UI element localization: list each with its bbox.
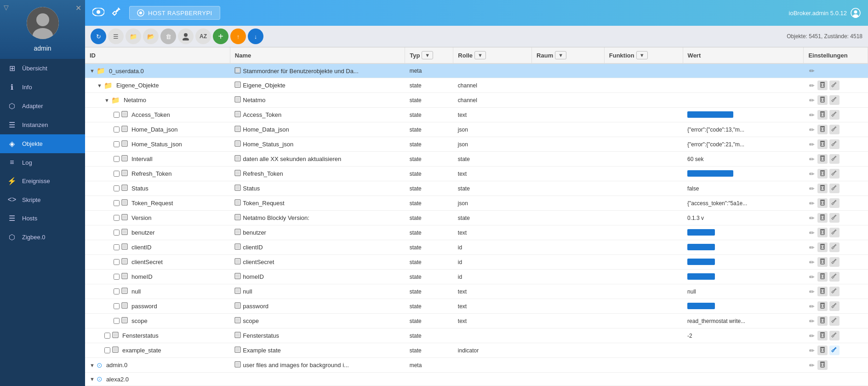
edit-icon[interactable]: ✏ (808, 199, 816, 208)
row-checkbox[interactable] (114, 274, 120, 280)
cell-id[interactable]: ▼📁0_userdata.0 (85, 63, 230, 78)
raum-dropdown[interactable]: ▼ (555, 51, 566, 59)
delete-row-icon[interactable] (817, 198, 828, 208)
delete-row-icon[interactable] (817, 213, 828, 223)
cell-id[interactable]: ▼⊙alexa2.0 (85, 373, 230, 386)
wrench-row-icon[interactable] (829, 213, 839, 223)
expand-icon[interactable]: ▼ (97, 83, 102, 88)
row-checkbox[interactable] (114, 244, 120, 250)
edit-icon[interactable]: ✏ (808, 287, 816, 296)
edit-icon[interactable]: ✏ (808, 66, 816, 75)
delete-row-icon[interactable] (817, 316, 828, 326)
row-checkbox[interactable] (114, 303, 120, 309)
edit-icon[interactable]: ✏ (808, 302, 816, 311)
cell-id[interactable]: ▼📁Netatmo (85, 93, 230, 108)
row-checkbox[interactable] (114, 318, 120, 324)
cell-id[interactable]: benutzer (85, 225, 230, 240)
cell-id[interactable]: Intervall (85, 152, 230, 167)
host-button[interactable]: HOST RASPBERRYPI (129, 6, 220, 20)
row-checkbox[interactable] (114, 259, 120, 265)
delete-row-icon[interactable] (817, 287, 828, 296)
cell-id[interactable]: Home_Status_json (85, 137, 230, 152)
delete-row-icon[interactable] (817, 110, 828, 120)
row-checkbox[interactable] (114, 215, 120, 221)
row-checkbox[interactable] (114, 185, 120, 191)
sidebar-item-ereignisse[interactable]: ⚡ Ereignisse (0, 172, 85, 190)
folder-view-button[interactable]: 📁 (126, 29, 141, 44)
cell-id[interactable]: homeID (85, 270, 230, 284)
wrench-row-icon[interactable] (829, 184, 839, 193)
delete-row-icon[interactable] (817, 360, 828, 370)
edit-icon[interactable]: ✏ (808, 361, 816, 370)
edit-icon[interactable]: ✏ (808, 272, 816, 282)
edit-icon[interactable]: ✏ (808, 228, 816, 237)
edit-icon[interactable]: ✏ (808, 110, 816, 120)
sidebar-item-adapter[interactable]: ⬡ Adapter (0, 97, 85, 115)
expand-icon[interactable]: ▼ (90, 376, 95, 382)
edit-icon[interactable]: ✏ (808, 331, 816, 340)
wrench-row-icon[interactable] (829, 331, 839, 340)
az-button[interactable]: AZ (195, 29, 211, 44)
cell-id[interactable]: ▼⊙admin.0 (85, 358, 230, 373)
expand-button[interactable]: 📂 (143, 29, 159, 44)
expand-icon[interactable]: ▼ (90, 68, 95, 74)
sidebar-item-zigbee[interactable]: ⬡ Zigbee.0 (0, 228, 85, 247)
typ-dropdown[interactable]: ▼ (422, 51, 433, 59)
wrench-row-icon[interactable] (829, 257, 839, 267)
row-checkbox[interactable] (114, 112, 120, 118)
cell-id[interactable]: scope (85, 314, 230, 328)
row-checkbox[interactable] (114, 156, 120, 162)
wrench-icon[interactable] (112, 7, 122, 19)
edit-icon[interactable]: ✏ (808, 140, 816, 149)
sidebar-item-objekte[interactable]: ◈ Objekte (0, 134, 85, 153)
cell-id[interactable]: ▼📁Eigene_Objekte (85, 78, 230, 93)
wrench-row-icon[interactable] (829, 95, 839, 105)
row-checkbox[interactable] (104, 347, 110, 353)
cell-id[interactable]: example_state (85, 343, 230, 358)
delete-row-icon[interactable] (817, 125, 828, 134)
delete-row-icon[interactable] (817, 95, 828, 105)
edit-icon[interactable]: ✏ (808, 125, 816, 134)
upload-button[interactable]: ↑ (230, 29, 246, 44)
delete-row-icon[interactable] (817, 272, 828, 282)
row-checkbox[interactable] (114, 200, 120, 206)
cell-id[interactable]: Fensterstatus (85, 328, 230, 343)
wrench-row-icon[interactable] (829, 125, 839, 134)
delete-row-icon[interactable] (817, 242, 828, 252)
row-checkbox[interactable] (114, 171, 120, 177)
person-button[interactable] (178, 29, 194, 44)
delete-row-icon[interactable] (817, 331, 828, 340)
cell-id[interactable]: null (85, 284, 230, 299)
sidebar-item-log[interactable]: ≡ Log (0, 153, 85, 172)
wrench-row-icon[interactable] (829, 272, 839, 282)
delete-row-icon[interactable] (817, 257, 828, 267)
sidebar-item-skripte[interactable]: <> Skripte (0, 190, 85, 209)
edit-icon[interactable]: ✏ (808, 169, 816, 179)
wrench-row-icon[interactable] (829, 110, 839, 120)
row-checkbox[interactable] (114, 141, 120, 147)
cell-id[interactable]: Access_Token (85, 108, 230, 122)
cell-id[interactable]: Token_Request (85, 196, 230, 211)
list-view-button[interactable]: ☰ (108, 29, 124, 44)
cell-id[interactable]: Home_Data_json (85, 122, 230, 137)
wrench-row-icon[interactable] (829, 346, 839, 355)
cell-id[interactable]: password (85, 299, 230, 314)
wrench-row-icon[interactable] (829, 316, 839, 326)
add-button[interactable]: + (213, 29, 228, 44)
funktion-dropdown[interactable]: ▼ (636, 51, 648, 59)
edit-icon[interactable]: ✏ (808, 184, 816, 193)
delete-row-icon[interactable] (817, 154, 828, 164)
cell-id[interactable]: Version (85, 211, 230, 225)
wrench-row-icon[interactable] (829, 228, 839, 237)
edit-icon[interactable]: ✏ (808, 155, 816, 164)
edit-icon[interactable]: ✏ (808, 317, 816, 326)
delete-row-icon[interactable] (817, 346, 828, 355)
row-checkbox[interactable] (104, 333, 110, 339)
expand-icon[interactable]: ▼ (104, 98, 109, 103)
sidebar-item-uebersicht[interactable]: ⊞ Übersicht (0, 59, 85, 78)
delete-row-icon[interactable] (817, 184, 828, 193)
row-checkbox[interactable] (114, 127, 120, 133)
expand-icon[interactable]: ▼ (90, 363, 95, 368)
edit-icon[interactable]: ✏ (808, 81, 816, 90)
sidebar-item-instanzen[interactable]: ☰ Instanzen (0, 115, 85, 134)
